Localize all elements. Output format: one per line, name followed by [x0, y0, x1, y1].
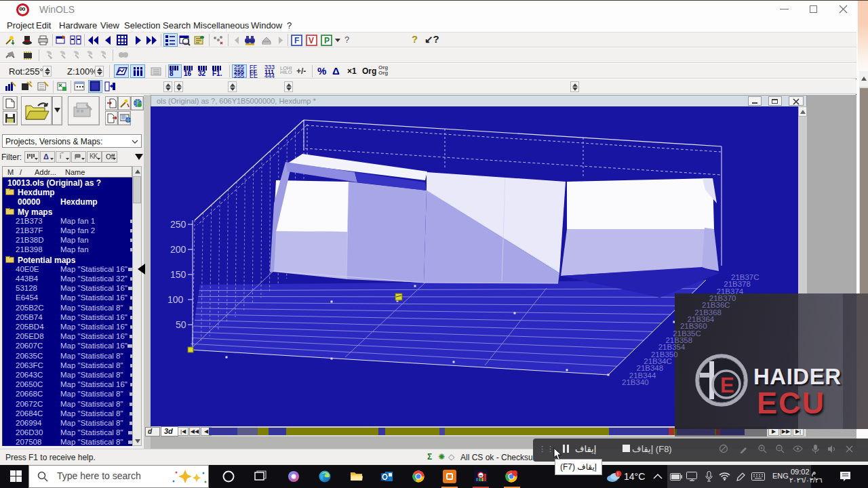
svg-text:∞: ∞ — [479, 473, 482, 478]
svg-text:P: P — [324, 36, 330, 45]
svg-text:21B350: 21B350 — [675, 350, 678, 359]
svg-text:150: 150 — [170, 269, 186, 280]
svg-text:21B340: 21B340 — [622, 378, 649, 386]
svg-text:250: 250 — [170, 219, 186, 230]
svg-text:=: = — [50, 56, 52, 60]
svg-text:200: 200 — [170, 244, 186, 255]
svg-text:F: F — [294, 36, 299, 45]
svg-text:!: ! — [617, 471, 618, 477]
svg-text:50: 50 — [176, 319, 186, 330]
svg-text:V: V — [309, 36, 314, 45]
svg-text:100: 100 — [167, 294, 184, 305]
